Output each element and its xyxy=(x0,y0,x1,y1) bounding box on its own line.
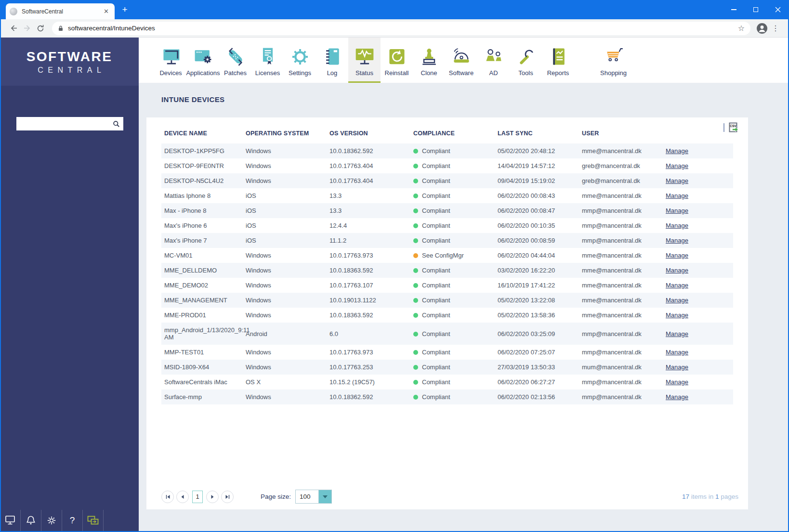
nav-item-software[interactable]: Software xyxy=(445,38,477,83)
nav-item-status[interactable]: Status xyxy=(348,38,381,83)
search-button[interactable] xyxy=(109,117,123,130)
nav-item-patches[interactable]: Patches xyxy=(219,38,251,83)
manage-link[interactable]: Manage xyxy=(666,252,688,259)
action-cell: Manage xyxy=(666,143,733,158)
bookmark-star-icon[interactable]: ☆ xyxy=(738,24,745,33)
nav-item-clone[interactable]: Clone xyxy=(413,38,445,83)
nav-item-reinstall[interactable]: Reinstall xyxy=(381,38,413,83)
software-icon xyxy=(450,46,473,67)
manage-link[interactable]: Manage xyxy=(666,177,688,184)
nav-item-shopping[interactable]: Shopping xyxy=(597,38,630,83)
applications-icon xyxy=(192,46,214,67)
manage-link[interactable]: Manage xyxy=(666,349,688,356)
column-header[interactable]: USER xyxy=(582,130,666,143)
table-row: MMP-TEST01Windows10.0.17763.973Compliant… xyxy=(161,345,733,360)
manage-link[interactable]: Manage xyxy=(666,237,688,244)
current-page[interactable]: 1 xyxy=(192,491,203,503)
search-input[interactable] xyxy=(16,117,109,130)
nav-item-label: Shopping xyxy=(600,69,627,77)
browser-tab[interactable]: SoftwareCentral ✕ xyxy=(6,3,115,19)
nav-item-licenses[interactable]: Licenses xyxy=(251,38,284,83)
new-tab-button[interactable]: + xyxy=(120,5,129,14)
device-name-cell: SoftwareCentrals iMac xyxy=(161,375,246,389)
export-csv-button[interactable]: CSV xyxy=(729,122,739,133)
compliance-cell: Compliant xyxy=(413,293,498,308)
page-size-select[interactable]: 100 xyxy=(295,490,332,504)
help-icon[interactable]: ? xyxy=(62,510,83,531)
column-header[interactable]: LAST SYNC xyxy=(498,130,582,143)
nav-item-reports[interactable]: Reports xyxy=(542,38,574,83)
bell-icon[interactable] xyxy=(21,510,41,531)
reload-button[interactable] xyxy=(34,22,47,35)
column-header[interactable]: OS VERSION xyxy=(329,130,413,143)
status-text: Compliant xyxy=(422,237,450,244)
nav-item-devices[interactable]: Devices xyxy=(155,38,187,83)
previous-page-icon xyxy=(180,494,185,499)
page-size-label: Page size: xyxy=(261,493,291,500)
device-name-cell: MSID-1809-X64 xyxy=(161,360,246,375)
last-page-icon xyxy=(225,494,230,499)
nav-item-log[interactable]: Log xyxy=(316,38,348,83)
nav-item-tools[interactable]: Tools xyxy=(510,38,542,83)
status-dot xyxy=(413,380,418,385)
close-button[interactable] xyxy=(767,0,789,19)
column-header[interactable] xyxy=(666,130,733,143)
tab-close-icon[interactable]: ✕ xyxy=(102,8,111,15)
nav-item-applications[interactable]: Applications xyxy=(187,38,219,83)
table-row: MME_DEMO02Windows10.0.17763.107Compliant… xyxy=(161,278,733,293)
browser-menu-button[interactable]: ⋮ xyxy=(769,22,782,35)
last-sync-cell: 06/02/2020 03:25:09 xyxy=(498,323,582,345)
manage-link[interactable]: Manage xyxy=(666,267,688,274)
maximize-button[interactable] xyxy=(745,0,767,19)
back-button[interactable] xyxy=(7,22,20,35)
gear-icon[interactable] xyxy=(41,510,62,531)
status-text: Compliant xyxy=(422,147,450,155)
url-bar[interactable]: softwarecentral/IntuneDevices ☆ xyxy=(52,22,750,35)
status-dot xyxy=(413,208,418,213)
computer-icon[interactable] xyxy=(0,510,21,531)
user-cell: mum@mancentral.dk xyxy=(582,360,666,375)
manage-link[interactable]: Manage xyxy=(666,363,688,371)
os-version-cell: 10.0.18362.592 xyxy=(329,389,413,404)
column-header[interactable]: DEVICE NAME xyxy=(161,130,246,143)
manage-link[interactable]: Manage xyxy=(666,222,688,229)
pages-summary-text: pages xyxy=(719,493,738,500)
minimize-button[interactable] xyxy=(723,0,745,19)
user-cell: mme@mancentral.dk xyxy=(582,278,666,293)
manage-link[interactable]: Manage xyxy=(666,207,688,214)
column-header[interactable]: OPERATING SYSTEM xyxy=(246,130,329,143)
first-page-button[interactable] xyxy=(161,491,174,503)
device-name-cell: DESKTOP-1KPP5FG xyxy=(161,143,246,158)
nav-item-ad[interactable]: AD xyxy=(477,38,510,83)
compliance-cell: Compliant xyxy=(413,360,498,375)
nav-item-label: Reinstall xyxy=(385,69,409,77)
compliance-cell: See ConfigMgr xyxy=(413,248,498,263)
manage-link[interactable]: Manage xyxy=(666,330,688,337)
last-sync-cell: 06/02/2020 00:10:35 xyxy=(498,218,582,233)
os-cell: Windows xyxy=(246,143,329,158)
previous-page-button[interactable] xyxy=(176,491,189,503)
forward-button[interactable] xyxy=(20,22,34,35)
action-cell: Manage xyxy=(666,308,733,323)
manage-link[interactable]: Manage xyxy=(666,393,688,401)
nav-item-settings[interactable]: Settings xyxy=(284,38,316,83)
os-cell: Windows xyxy=(246,389,329,404)
profile-avatar[interactable] xyxy=(755,22,769,35)
os-version-cell: 10.0.17763.107 xyxy=(329,278,413,293)
compliance-cell: Compliant xyxy=(413,203,498,218)
column-header[interactable]: COMPLIANCE xyxy=(413,130,498,143)
remote-session-icon[interactable] xyxy=(83,510,104,531)
manage-link[interactable]: Manage xyxy=(666,282,688,289)
page-title: INTUNE DEVICES xyxy=(161,95,789,104)
manage-link[interactable]: Manage xyxy=(666,297,688,304)
manage-link[interactable]: Manage xyxy=(666,162,688,169)
next-page-button[interactable] xyxy=(206,491,219,503)
manage-link[interactable]: Manage xyxy=(666,192,688,199)
manage-link[interactable]: Manage xyxy=(666,311,688,319)
devices-icon xyxy=(160,46,182,67)
last-page-button[interactable] xyxy=(221,491,234,503)
manage-link[interactable]: Manage xyxy=(666,378,688,386)
table-row: mmp_Android_1/13/2020_9:11 AMAndroid6.0C… xyxy=(161,323,733,345)
manage-link[interactable]: Manage xyxy=(666,147,688,155)
page-size-dropdown-button[interactable] xyxy=(319,490,331,503)
